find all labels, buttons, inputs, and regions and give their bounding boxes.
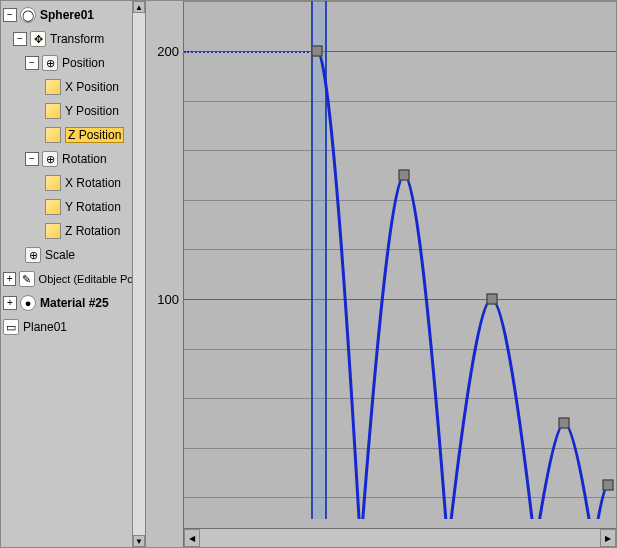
node-label: X Position [65, 80, 119, 94]
keyframe-marker[interactable] [399, 170, 410, 181]
tree-vertical-scrollbar[interactable]: ▲ ▼ [132, 1, 145, 547]
node-label: Z Rotation [65, 224, 120, 238]
y-axis: 200 100 [146, 1, 184, 547]
tree-node-zrotation[interactable]: Z Rotation [1, 219, 145, 243]
collapse-icon[interactable]: − [13, 32, 27, 46]
scroll-up-icon[interactable]: ▲ [133, 1, 145, 13]
keyframe-marker[interactable] [486, 294, 497, 305]
material-icon: ● [20, 295, 36, 311]
scroll-down-icon[interactable]: ▼ [133, 535, 145, 547]
plane-icon: ▭ [3, 319, 19, 335]
tree-node-transform[interactable]: − ✥ Transform [1, 27, 145, 51]
expand-icon[interactable]: + [3, 272, 16, 286]
track-icon [45, 175, 61, 191]
track-icon [45, 199, 61, 215]
y-tick-100: 100 [157, 292, 179, 307]
teapot-icon: ✎ [19, 271, 34, 287]
time-horizontal-scrollbar[interactable]: ◀ ▶ [184, 528, 616, 547]
scroll-right-icon[interactable]: ▶ [600, 529, 616, 547]
node-label: Sphere01 [40, 8, 94, 22]
tree-node-object[interactable]: + ✎ Object (Editable Poly) [1, 267, 145, 291]
tree-node-position[interactable]: − ⊕ Position [1, 51, 145, 75]
y-tick-200: 200 [157, 44, 179, 59]
sphere-icon: ◯ [20, 7, 36, 23]
rotation-icon: ⊕ [42, 151, 58, 167]
scale-icon: ⊕ [25, 247, 41, 263]
expand-icon[interactable]: + [3, 296, 17, 310]
node-label: Material #25 [40, 296, 109, 310]
collapse-icon[interactable]: − [25, 152, 39, 166]
node-label: Transform [50, 32, 104, 46]
keyframe-marker[interactable] [603, 480, 614, 491]
node-label: X Rotation [65, 176, 121, 190]
transform-icon: ✥ [30, 31, 46, 47]
hierarchy-panel: − ◯ Sphere01 − ✥ Transform − ⊕ Position … [1, 1, 146, 547]
tree-node-yposition[interactable]: Y Position [1, 99, 145, 123]
collapse-icon[interactable]: − [3, 8, 17, 22]
tree-node-sphere01[interactable]: − ◯ Sphere01 [1, 3, 145, 27]
track-icon [45, 127, 61, 143]
tree-node-material[interactable]: + ● Material #25 [1, 291, 145, 315]
node-label: Y Rotation [65, 200, 121, 214]
node-label: Position [62, 56, 105, 70]
node-label: Plane01 [23, 320, 67, 334]
node-label: Scale [45, 248, 75, 262]
node-label: Rotation [62, 152, 107, 166]
tree-node-xrotation[interactable]: X Rotation [1, 171, 145, 195]
tree-node-rotation[interactable]: − ⊕ Rotation [1, 147, 145, 171]
track-icon [45, 79, 61, 95]
node-label: Z Position [65, 127, 124, 143]
track-icon [45, 103, 61, 119]
tree-node-zposition[interactable]: Z Position [1, 123, 145, 147]
node-label: Y Position [65, 104, 119, 118]
tree-node-yrotation[interactable]: Y Rotation [1, 195, 145, 219]
curve-editor[interactable]: 200 100 ◀ ▶ [146, 1, 616, 547]
tree-node-xposition[interactable]: X Position [1, 75, 145, 99]
plot-area[interactable] [184, 1, 616, 519]
keyframe-marker[interactable] [559, 418, 570, 429]
keyframe-marker[interactable] [312, 46, 323, 57]
collapse-icon[interactable]: − [25, 56, 39, 70]
node-label: Object (Editable Poly) [39, 273, 145, 285]
tree-node-scale[interactable]: ⊕ Scale [1, 243, 145, 267]
tree-node-plane01[interactable]: ▭ Plane01 [1, 315, 145, 339]
scroll-left-icon[interactable]: ◀ [184, 529, 200, 547]
position-icon: ⊕ [42, 55, 58, 71]
track-icon [45, 223, 61, 239]
